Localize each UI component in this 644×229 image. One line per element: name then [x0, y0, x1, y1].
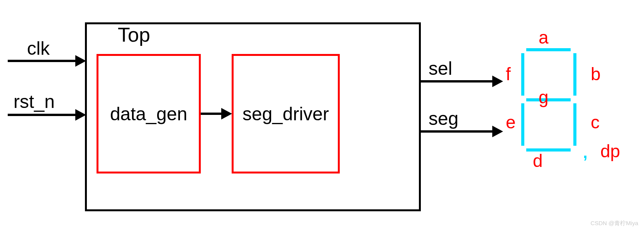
segment-e — [521, 103, 524, 146]
rstn-arrow-line — [8, 114, 77, 116]
internal-arrow-head — [221, 108, 232, 120]
seg-label-e: e — [506, 112, 516, 133]
sel-signal-label: sel — [429, 58, 452, 79]
internal-arrow-line — [201, 113, 223, 115]
seg-arrow-head — [492, 126, 503, 137]
top-module-label: Top — [118, 23, 150, 46]
segment-a — [526, 48, 571, 51]
seg-label-d: d — [533, 150, 543, 171]
clk-arrow-line — [8, 60, 77, 62]
data-gen-label: data_gen — [110, 103, 187, 125]
seg-driver-block: seg_driver — [232, 54, 340, 173]
seg-arrow-line — [421, 130, 494, 133]
seven-segment-display: , — [515, 42, 585, 158]
clk-signal-label: clk — [27, 38, 50, 59]
seg-label-c: c — [591, 112, 600, 133]
rstn-arrow-head — [75, 109, 86, 121]
seg-signal-label: seg — [429, 108, 458, 129]
seg-label-g: g — [539, 87, 549, 108]
seg-label-b: b — [591, 64, 601, 84]
rstn-signal-label: rst_n — [14, 91, 55, 112]
data-gen-block: data_gen — [97, 54, 201, 173]
segment-dp: , — [583, 143, 588, 162]
watermark-text: CSDN @青柠Miya — [590, 220, 638, 227]
segment-b — [573, 53, 576, 96]
sel-arrow-line — [421, 80, 494, 83]
seg-label-dp: dp — [600, 141, 620, 162]
clk-arrow-head — [75, 55, 86, 67]
segment-c — [573, 103, 576, 146]
segment-f — [521, 53, 524, 96]
sel-arrow-head — [492, 76, 503, 87]
seg-driver-label: seg_driver — [242, 103, 329, 125]
seg-label-a: a — [539, 27, 549, 48]
seg-label-f: f — [506, 64, 511, 84]
